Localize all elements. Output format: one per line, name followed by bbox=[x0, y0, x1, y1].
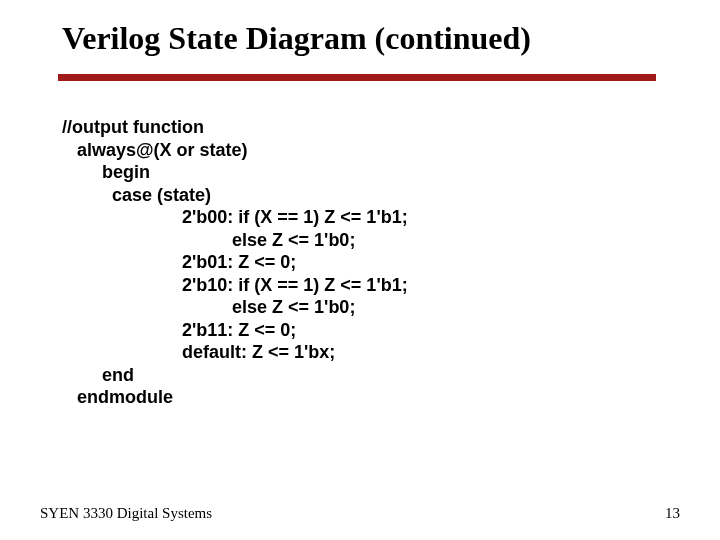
page-title: Verilog State Diagram (continued) bbox=[62, 20, 531, 57]
footer-page-number: 13 bbox=[665, 505, 680, 522]
footer-course: SYEN 3330 Digital Systems bbox=[40, 505, 212, 522]
code-block: //output function always@(X or state) be… bbox=[62, 116, 408, 409]
slide: Verilog State Diagram (continued) //outp… bbox=[0, 0, 720, 540]
title-rule bbox=[58, 74, 656, 81]
